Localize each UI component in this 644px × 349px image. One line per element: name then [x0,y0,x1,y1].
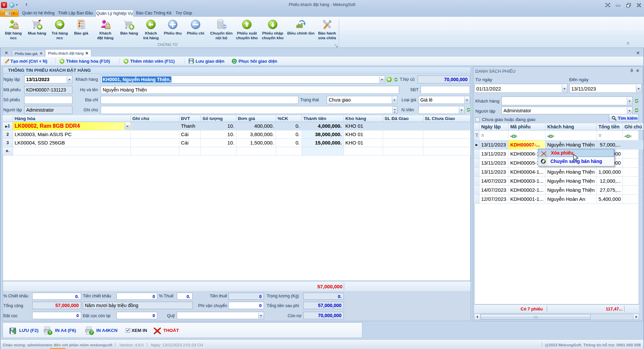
svg-text:?: ? [49,331,51,334]
svg-text:$: $ [79,22,80,25]
svg-text:$: $ [79,25,80,27]
svg-text:?: ? [91,331,93,334]
